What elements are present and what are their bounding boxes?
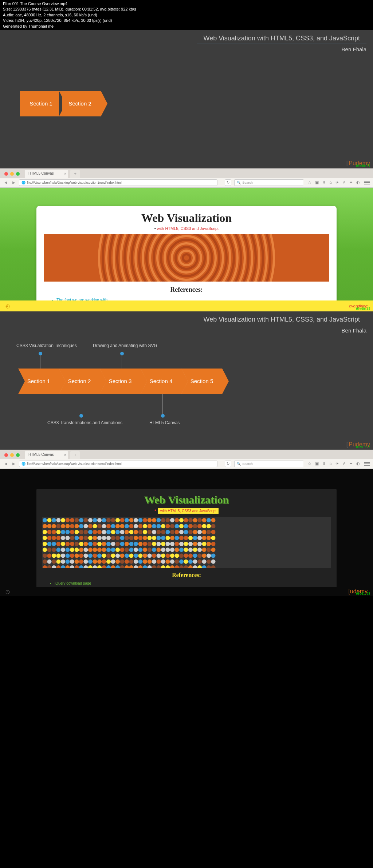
- svg-point-317: [166, 560, 170, 564]
- svg-point-327: [211, 560, 216, 564]
- svg-point-17: [121, 234, 252, 282]
- svg-point-266: [106, 553, 111, 558]
- new-tab-button[interactable]: +: [70, 451, 80, 459]
- svg-point-228: [106, 548, 111, 552]
- svg-point-41: [120, 518, 125, 522]
- svg-point-354: [161, 565, 165, 568]
- svg-point-219: [66, 548, 70, 552]
- svg-point-248: [197, 548, 202, 552]
- svg-point-312: [143, 560, 147, 564]
- paint-icon[interactable]: ✦: [349, 461, 353, 466]
- svg-point-124: [152, 530, 156, 534]
- svg-point-166: [170, 536, 174, 540]
- svg-point-293: [56, 560, 61, 564]
- svg-point-214: [43, 548, 47, 552]
- hamburger-menu-icon[interactable]: [364, 461, 370, 466]
- hamburger-menu-icon[interactable]: [364, 180, 370, 185]
- download-icon[interactable]: ⬇: [322, 461, 326, 466]
- toggle-icon[interactable]: ◐: [356, 180, 360, 185]
- svg-point-310: [134, 560, 138, 564]
- svg-point-294: [61, 560, 65, 564]
- slide-author: Ben Fhala: [0, 325, 373, 336]
- address-bar: ◀ ▶ 🌐 file:///Users/benfhala/Desktop/web…: [0, 459, 373, 469]
- svg-point-343: [111, 565, 115, 568]
- svg-point-211: [202, 542, 207, 546]
- svg-point-158: [134, 536, 138, 540]
- svg-point-233: [129, 548, 134, 552]
- svg-point-86: [152, 524, 156, 528]
- reload-button[interactable]: ↻: [225, 461, 231, 467]
- svg-point-132: [188, 530, 193, 534]
- svg-point-122: [143, 530, 147, 534]
- svg-point-174: [207, 536, 211, 540]
- paint-icon[interactable]: ✦: [349, 180, 353, 185]
- share-icon[interactable]: ✈: [335, 180, 339, 185]
- svg-point-298: [79, 560, 83, 564]
- svg-point-117: [120, 530, 125, 534]
- close-tab-icon[interactable]: ×: [64, 172, 66, 176]
- url-input[interactable]: 🌐 file:///Users/benfhala/Desktop/web-vis…: [19, 461, 217, 467]
- reference-link[interactable]: jQuery download page: [55, 581, 331, 586]
- svg-point-204: [170, 542, 174, 546]
- close-window-icon[interactable]: [4, 172, 8, 176]
- star-icon[interactable]: ☆: [308, 461, 311, 466]
- svg-point-37: [102, 518, 106, 522]
- close-tab-icon[interactable]: ×: [64, 453, 66, 457]
- svg-point-252: [43, 553, 47, 558]
- window-controls[interactable]: [4, 172, 23, 178]
- annotation-label: CSS3 Transformations and Animations: [47, 420, 122, 425]
- svg-point-26: [52, 518, 56, 522]
- svg-point-61: [211, 518, 216, 522]
- svg-point-127: [166, 530, 170, 534]
- svg-point-46: [143, 518, 147, 522]
- svg-point-284: [188, 553, 193, 558]
- star-icon[interactable]: ☆: [308, 180, 311, 185]
- forward-button[interactable]: ▶: [11, 461, 17, 467]
- home-icon[interactable]: ⌂: [329, 461, 332, 466]
- home-icon[interactable]: ⌂: [329, 180, 332, 185]
- svg-point-218: [61, 548, 65, 552]
- svg-point-265: [102, 553, 106, 558]
- window-controls[interactable]: [4, 453, 23, 459]
- svg-point-150: [97, 536, 102, 540]
- browser-tab[interactable]: HTML5 Canvas ×: [25, 451, 68, 459]
- back-button[interactable]: ◀: [3, 180, 9, 186]
- svg-point-361: [193, 565, 197, 568]
- reload-button[interactable]: ↻: [225, 179, 231, 186]
- svg-point-323: [193, 560, 197, 564]
- svg-point-224: [88, 548, 93, 552]
- svg-point-202: [161, 542, 165, 546]
- svg-point-297: [75, 560, 79, 564]
- pocket-icon[interactable]: ▣: [315, 180, 319, 185]
- svg-point-82: [134, 524, 138, 528]
- share-icon[interactable]: ✈: [335, 461, 339, 466]
- new-tab-button[interactable]: +: [70, 170, 80, 178]
- minimize-window-icon[interactable]: [10, 172, 14, 176]
- back-button[interactable]: ◀: [3, 461, 9, 467]
- toggle-icon[interactable]: ◐: [356, 461, 360, 466]
- annotation-label: CSS3 Visualization Techniques: [16, 343, 77, 348]
- search-input[interactable]: 🔍 Search: [234, 179, 303, 186]
- address-bar: ◀ ▶ 🌐 file:///Users/benfhala/Desktop/web…: [0, 178, 373, 187]
- minimize-window-icon[interactable]: [10, 453, 14, 457]
- forward-button[interactable]: ▶: [11, 180, 17, 186]
- svg-point-258: [70, 553, 74, 558]
- svg-point-103: [56, 530, 61, 534]
- frame-timestamp: 00:01:07: [356, 446, 370, 449]
- svg-point-268: [115, 553, 120, 558]
- browser-tab[interactable]: HTML5 Canvas ×: [25, 170, 68, 178]
- maximize-window-icon[interactable]: [16, 172, 20, 176]
- url-input[interactable]: 🌐 file:///Users/benfhala/Desktop/web-vis…: [19, 179, 217, 186]
- tag-icon[interactable]: ✐: [342, 180, 346, 185]
- close-window-icon[interactable]: [4, 453, 8, 457]
- svg-point-109: [84, 530, 88, 534]
- tag-icon[interactable]: ✐: [342, 461, 346, 466]
- svg-point-193: [120, 542, 125, 546]
- search-input[interactable]: 🔍 Search: [234, 461, 303, 467]
- pocket-icon[interactable]: ▣: [315, 461, 319, 466]
- svg-point-136: [207, 530, 211, 534]
- svg-point-163: [157, 536, 161, 540]
- canvas-mosaic-graphic: [42, 517, 331, 568]
- maximize-window-icon[interactable]: [16, 453, 20, 457]
- download-icon[interactable]: ⬇: [322, 180, 326, 185]
